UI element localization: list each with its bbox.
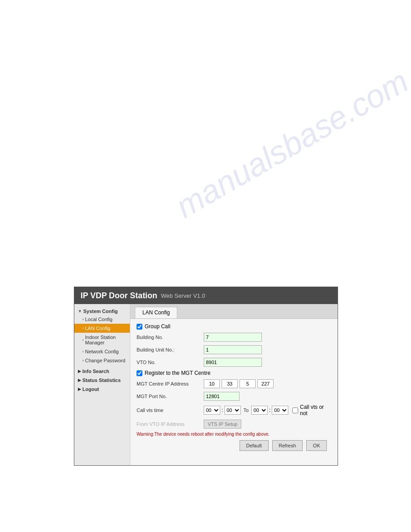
- system-config-label: System Config: [83, 309, 118, 314]
- network-config-label: Network Config: [85, 349, 119, 354]
- vts-ip-setup-button[interactable]: VTS IP Setup: [204, 420, 241, 429]
- warning-text: Warning:The device needs reboot after mo…: [137, 432, 331, 437]
- time-colon-2: :: [269, 407, 270, 413]
- refresh-button[interactable]: Refresh: [272, 440, 303, 451]
- building-no-input[interactable]: [204, 333, 262, 342]
- group-call-label: Group Call: [145, 323, 170, 330]
- app-title-sub: Web Server V1.0: [161, 292, 205, 299]
- local-config-arrow: ›: [82, 317, 84, 322]
- mgt-ip-octet-3[interactable]: [240, 379, 256, 388]
- app-header: IP VDP Door Station Web Server V1.0: [74, 287, 338, 304]
- lan-config-arrow: ›: [82, 326, 84, 330]
- status-stats-triangle: ▶: [78, 378, 81, 382]
- main-content: LAN Config Group Call Building No. Build…: [130, 304, 338, 465]
- mgt-ip-octet-4[interactable]: [257, 379, 274, 388]
- vto-no-row: VTO No.: [137, 357, 331, 367]
- group-call-checkbox[interactable]: [137, 324, 142, 330]
- call-vts-time-group: 000102 : 00153045 To 000102 : 00153045: [204, 404, 331, 416]
- sidebar: ▼ System Config › Local Config › LAN Con…: [74, 304, 130, 465]
- indoor-station-label: Indoor Station Manager: [85, 335, 127, 345]
- status-statistics-label: Status Statistics: [82, 378, 121, 383]
- time-from-m-select[interactable]: 00153045: [224, 406, 241, 415]
- group-call-row: Group Call: [137, 323, 331, 330]
- change-password-arrow: ›: [82, 358, 84, 363]
- register-mgt-label: Register to the MGT Centre: [145, 370, 210, 376]
- indoor-station-arrow: ›: [82, 338, 84, 342]
- network-config-arrow: ›: [82, 349, 84, 354]
- system-config-section[interactable]: ▼ System Config: [74, 307, 130, 315]
- from-vto-ip-label: From VTO IP Address: [137, 421, 204, 427]
- building-unit-no-row: Building Unit No.:: [137, 345, 331, 355]
- building-unit-no-label: Building Unit No.:: [137, 347, 204, 352]
- call-vts-not-label: Call vts or not: [300, 404, 331, 416]
- logout-section[interactable]: ▶ Logout: [74, 385, 130, 394]
- mgt-port-input[interactable]: [204, 392, 240, 401]
- register-mgt-checkbox[interactable]: [137, 370, 142, 376]
- building-no-row: Building No.: [137, 332, 331, 342]
- local-config-label: Local Config: [85, 317, 112, 322]
- info-search-triangle: ▶: [78, 369, 81, 373]
- mgt-port-label: MGT Port No.: [137, 394, 204, 399]
- from-vto-row: From VTO IP Address VTS IP Setup: [137, 419, 331, 429]
- ok-button[interactable]: OK: [306, 440, 327, 451]
- call-vts-time-row: Call vts time 000102 : 00153045 To 00010…: [137, 404, 331, 416]
- info-search-label: Info Search: [82, 369, 109, 374]
- time-colon-1: :: [222, 407, 223, 413]
- call-vts-time-label: Call vts time: [137, 408, 204, 413]
- change-password-label: Change Password: [85, 358, 125, 363]
- time-from-h-select[interactable]: 000102: [204, 406, 220, 415]
- tab-lan-config[interactable]: LAN Config: [135, 307, 177, 318]
- app-body: ▼ System Config › Local Config › LAN Con…: [74, 304, 338, 465]
- mgt-port-row: MGT Port No.: [137, 391, 331, 401]
- sidebar-item-local-config[interactable]: › Local Config: [74, 315, 130, 324]
- app-title-main: IP VDP Door Station: [81, 291, 157, 300]
- sidebar-item-indoor-station[interactable]: › Indoor Station Manager: [74, 333, 130, 347]
- lan-config-label: LAN Config: [85, 326, 110, 331]
- mgt-ip-octet-1[interactable]: [204, 379, 220, 388]
- button-row: Default Refresh OK: [137, 440, 331, 451]
- building-unit-no-input[interactable]: [204, 345, 262, 354]
- sidebar-item-lan-config[interactable]: › LAN Config: [74, 324, 130, 333]
- mgt-ip-row: MGT Centre IP Address: [137, 379, 331, 389]
- mgt-ip-group: [204, 379, 274, 388]
- form-area: Group Call Building No. Building Unit No…: [130, 319, 338, 455]
- vto-no-label: VTO No.: [137, 360, 204, 365]
- call-vts-checkbox[interactable]: [292, 408, 298, 413]
- time-to-m-select[interactable]: 00153045: [272, 406, 288, 415]
- status-statistics-section[interactable]: ▶ Status Statistics: [74, 376, 130, 385]
- sidebar-item-change-password[interactable]: › Change Password: [74, 356, 130, 365]
- mgt-ip-label: MGT Centre IP Address: [137, 381, 204, 386]
- app-container: IP VDP Door Station Web Server V1.0 ▼ Sy…: [74, 287, 338, 466]
- time-to-h-select[interactable]: 000102: [251, 406, 268, 415]
- logout-label: Logout: [82, 386, 99, 392]
- logout-triangle: ▶: [78, 387, 81, 391]
- tab-bar: LAN Config: [130, 304, 338, 319]
- watermark: manualsbase.com: [170, 62, 411, 225]
- system-config-triangle: ▼: [78, 309, 82, 313]
- building-no-label: Building No.: [137, 335, 204, 340]
- sidebar-item-network-config[interactable]: › Network Config: [74, 347, 130, 356]
- register-mgt-row: Register to the MGT Centre: [137, 370, 331, 376]
- to-label: To: [244, 408, 249, 413]
- info-search-section[interactable]: ▶ Info Search: [74, 367, 130, 376]
- mgt-ip-octet-2[interactable]: [222, 379, 238, 388]
- default-button[interactable]: Default: [240, 440, 269, 451]
- vto-no-input[interactable]: [204, 358, 262, 367]
- call-vts-not-group: Call vts or not: [292, 404, 331, 416]
